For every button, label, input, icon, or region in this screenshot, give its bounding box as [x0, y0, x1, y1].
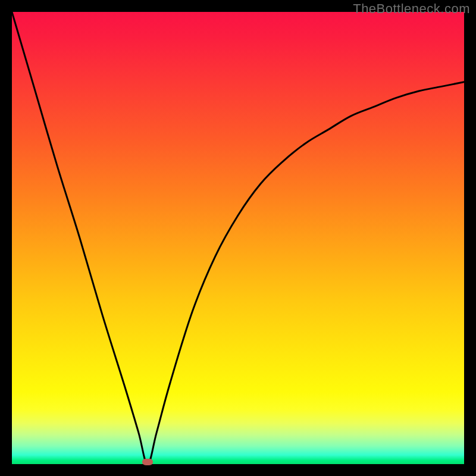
- bottleneck-curve: [12, 12, 464, 464]
- chart-frame: TheBottleneck.com: [0, 0, 476, 476]
- minimum-marker: [142, 459, 153, 465]
- watermark-text: TheBottleneck.com: [353, 1, 470, 17]
- plot-area: [12, 12, 464, 464]
